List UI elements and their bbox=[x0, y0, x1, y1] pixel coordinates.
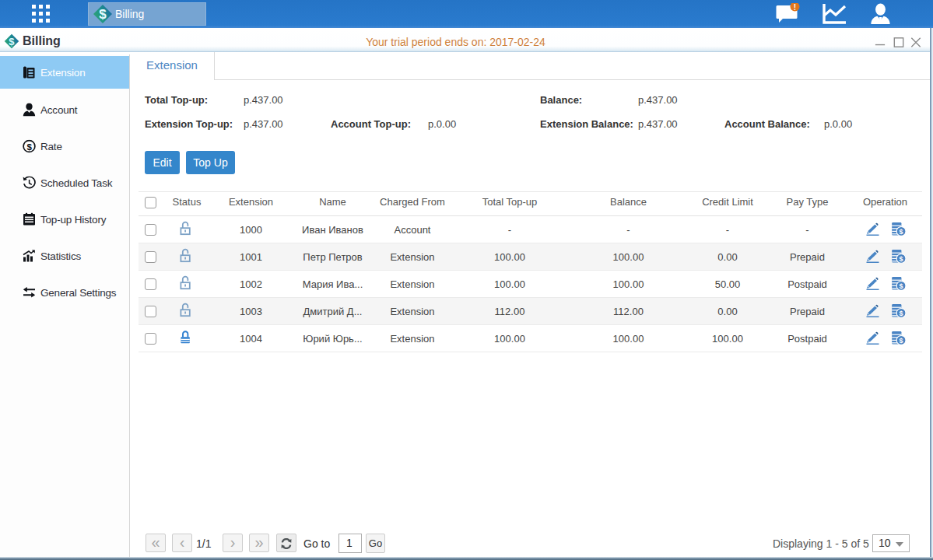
svg-text:$: $ bbox=[899, 282, 903, 289]
svg-text:$: $ bbox=[899, 336, 903, 344]
svg-text:$: $ bbox=[899, 309, 903, 317]
svg-text:$: $ bbox=[899, 227, 903, 235]
svg-text:$: $ bbox=[899, 254, 903, 262]
svg-text:!: ! bbox=[794, 3, 796, 12]
svg-text:$: $ bbox=[99, 7, 107, 22]
svg-text:$: $ bbox=[26, 142, 32, 151]
